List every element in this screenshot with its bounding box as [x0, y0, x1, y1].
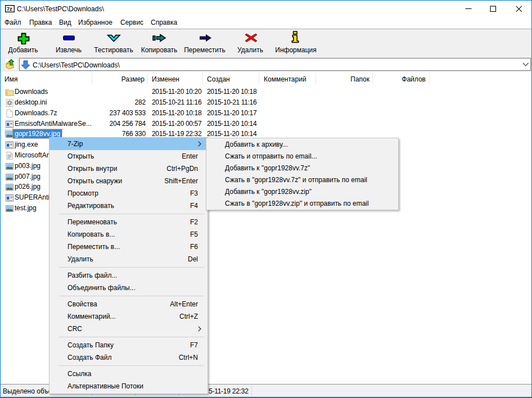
svg-text:7z: 7z [7, 6, 12, 12]
